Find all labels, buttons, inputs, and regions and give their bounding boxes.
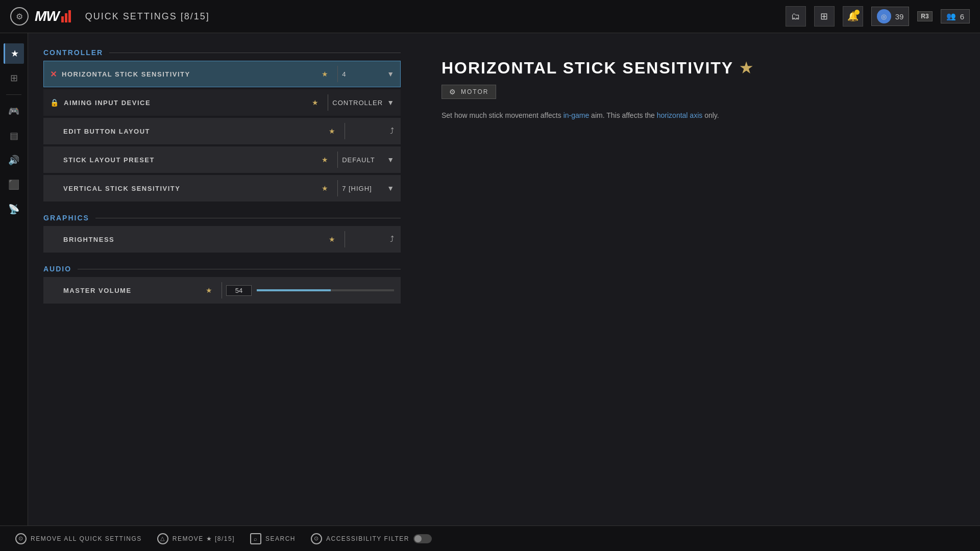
logo-text: MW	[35, 8, 59, 24]
sidebar-item-favorites[interactable]: ★	[4, 43, 24, 64]
main-content: CONTROLLER ✕ HORIZONTAL STICK SENSITIVIT…	[28, 33, 980, 525]
setting-row-edit-button-layout[interactable]: EDIT BUTTON LAYOUT ★ ⤴	[43, 118, 401, 144]
star-icon: ★	[11, 48, 19, 59]
divider	[337, 180, 338, 196]
r3-badge: R3	[917, 11, 932, 21]
star-favorite-stick-layout[interactable]: ★	[322, 156, 328, 164]
search-label: SEARCH	[265, 535, 296, 542]
graphics-section-header: GRAPHICS	[43, 214, 401, 222]
hud-icon: ▤	[10, 130, 18, 141]
side-nav: ★ ⊞ 🎮 ▤ 🔊 ⬛ 📡	[0, 33, 28, 525]
setting-label-vertical: VERTICAL STICK SENSITIVITY	[63, 185, 316, 192]
motor-badge: ⚙ MOTOR	[442, 85, 496, 99]
setting-label-horizontal: HORIZONTAL STICK SENSITIVITY	[62, 70, 316, 78]
volume-value-box: 54	[226, 285, 252, 296]
sidebar-item-grid[interactable]: ⊞	[4, 68, 24, 88]
logo-bars	[61, 10, 71, 22]
sidebar-item-hud[interactable]: ▤	[4, 126, 24, 146]
divider	[222, 282, 222, 298]
network-icon: 📡	[8, 204, 19, 215]
external-link-icon-brightness: ⤴	[390, 235, 394, 244]
settings-circle-icon[interactable]: ⚙	[10, 7, 29, 26]
divider	[337, 66, 338, 82]
motor-badge-icon: ⚙	[449, 88, 457, 96]
setting-value-stick-layout: DEFAULT	[342, 156, 383, 164]
star-favorite-master-volume[interactable]: ★	[206, 286, 212, 294]
notification-button[interactable]: 🔔	[843, 6, 863, 27]
setting-label-edit-layout: EDIT BUTTON LAYOUT	[63, 128, 324, 135]
setting-label-aiming: AIMING INPUT DEVICE	[64, 99, 307, 107]
game-logo: MW	[35, 8, 71, 24]
inventory-button[interactable]: 🗂	[786, 6, 806, 27]
logo-bar-1	[61, 16, 64, 22]
graphics-section-line	[95, 218, 401, 218]
player-avatar: ◎	[877, 9, 891, 23]
friends-icon: 👥	[946, 12, 956, 21]
graphics-settings-list: BRIGHTNESS ★ ⤴	[43, 226, 401, 253]
remove-starred-icon: △	[157, 533, 168, 544]
audio-section-header: AUDIO	[43, 265, 401, 273]
accessibility-toggle[interactable]	[413, 534, 432, 543]
setting-row-stick-layout[interactable]: STICK LAYOUT PRESET ★ DEFAULT ▼	[43, 146, 401, 173]
grid-icon: ⊞	[10, 72, 18, 84]
sidebar-item-controller[interactable]: 🎮	[4, 101, 24, 121]
setting-row-brightness[interactable]: BRIGHTNESS ★ ⤴	[43, 226, 401, 253]
setting-value-vertical: 7 [HIGH]	[342, 185, 383, 192]
remove-all-icon: ⊙	[15, 533, 27, 544]
sidebar-item-display[interactable]: ⬛	[4, 174, 24, 195]
audio-section-title: AUDIO	[43, 265, 71, 273]
detail-title-text: HORIZONTAL STICK SENSITIVITY	[442, 59, 733, 78]
dropdown-arrow-stick-layout: ▼	[387, 156, 394, 164]
left-panel: CONTROLLER ✕ HORIZONTAL STICK SENSITIVIT…	[28, 33, 416, 525]
page-title: QUICK SETTINGS [8/15]	[85, 11, 210, 22]
friends-count: 6	[960, 12, 964, 21]
star-favorite-vertical[interactable]: ★	[322, 184, 328, 192]
detail-star-icon: ★	[740, 60, 753, 77]
toggle-track[interactable]	[413, 534, 432, 543]
toggle-knob	[414, 535, 422, 542]
dropdown-arrow-aiming: ▼	[387, 98, 394, 107]
search-button[interactable]: ⌕ SEARCH	[250, 533, 296, 544]
detail-title: HORIZONTAL STICK SENSITIVITY ★	[442, 59, 954, 78]
star-favorite-edit-layout[interactable]: ★	[329, 127, 335, 135]
display-icon: ⬛	[8, 179, 19, 190]
setting-row-vertical-stick-sensitivity[interactable]: VERTICAL STICK SENSITIVITY ★ 7 [HIGH] ▼	[43, 175, 401, 202]
setting-value-aiming: CONTROLLER	[332, 99, 383, 107]
setting-label-stick-layout: STICK LAYOUT PRESET	[63, 156, 316, 164]
volume-slider-fill	[257, 289, 331, 291]
star-favorite-aiming[interactable]: ★	[312, 98, 318, 107]
remove-icon[interactable]: ✕	[50, 69, 57, 79]
volume-slider[interactable]	[257, 289, 394, 291]
controller-section-title: CONTROLLER	[43, 48, 103, 57]
setting-value-horizontal: 4	[342, 70, 383, 78]
nav-divider-1	[6, 94, 21, 95]
horizontal-axis-link[interactable]: horizontal axis	[657, 111, 703, 119]
controller-icon: 🎮	[8, 106, 19, 117]
external-link-icon: ⤴	[390, 127, 394, 136]
remove-all-label: REMOVE ALL QUICK SETTINGS	[31, 535, 142, 542]
remove-all-button[interactable]: ⊙ REMOVE ALL QUICK SETTINGS	[15, 533, 142, 544]
remove-starred-button[interactable]: △ REMOVE ★ [8/15]	[157, 533, 235, 544]
audio-icon: 🔊	[8, 155, 19, 166]
setting-label-master-volume: MASTER VOLUME	[63, 287, 201, 294]
player-badge[interactable]: ◎ 39	[871, 7, 910, 26]
friends-button[interactable]: 👥 6	[941, 9, 970, 23]
accessibility-filter-label: ACCESSIBILITY FILTER	[326, 535, 409, 542]
sidebar-item-network[interactable]: 📡	[4, 199, 24, 219]
accessibility-filter-button[interactable]: ⊙ ACCESSIBILITY FILTER	[311, 533, 432, 544]
setting-row-horizontal-stick-sensitivity[interactable]: ✕ HORIZONTAL STICK SENSITIVITY ★ 4 ▼	[43, 61, 401, 87]
star-favorite-brightness[interactable]: ★	[329, 235, 335, 243]
dropdown-arrow-horizontal: ▼	[387, 70, 394, 78]
setting-row-aiming-input-device[interactable]: 🔒 AIMING INPUT DEVICE ★ CONTROLLER ▼	[43, 89, 401, 116]
graphics-section-title: GRAPHICS	[43, 214, 89, 222]
controller-section-line	[109, 53, 401, 53]
in-game-link[interactable]: in-game	[564, 111, 590, 119]
star-favorite-horizontal[interactable]: ★	[322, 70, 328, 78]
audio-settings-list: MASTER VOLUME ★ 54	[43, 277, 401, 304]
audio-section-line	[78, 269, 401, 269]
menu-button[interactable]: ⊞	[814, 6, 835, 27]
setting-row-master-volume[interactable]: MASTER VOLUME ★ 54	[43, 277, 401, 304]
logo-bar-2	[65, 13, 67, 22]
sidebar-item-audio[interactable]: 🔊	[4, 150, 24, 170]
divider	[337, 152, 338, 168]
